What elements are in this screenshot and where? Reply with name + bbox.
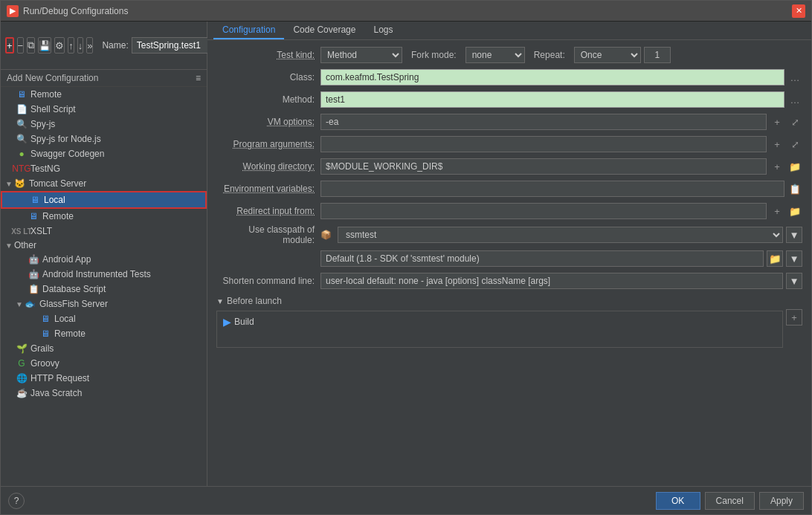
env-vars-input[interactable] (320, 181, 784, 197)
test-kind-row: Test kind: Method Fork mode: none Repeat… (216, 46, 802, 64)
groovy-icon: G (16, 357, 28, 369)
tree-item-xslt[interactable]: XS LT XSLT (1, 224, 207, 239)
cancel-button[interactable]: Cancel (705, 492, 755, 510)
tree-item-java-label: Java Scratch (30, 388, 82, 398)
working-dir-folder-button[interactable]: 📁 (787, 159, 802, 174)
redirect-input[interactable] (320, 203, 767, 219)
shorten-control: ▼ (320, 273, 802, 289)
repeat-num-input[interactable] (644, 47, 671, 63)
vm-options-row: VM options: + ⤢ (216, 113, 802, 131)
jre-dropdown-button[interactable]: ▼ (786, 250, 802, 267)
tree-item-spy-js-node[interactable]: 🔍 Spy-js for Node.js (1, 132, 207, 146)
close-button[interactable]: ✕ (792, 4, 805, 18)
program-args-row: Program arguments: + ⤢ (216, 135, 802, 153)
tree-item-grails[interactable]: 🌱 Grails (1, 341, 207, 356)
xslt-icon: XS LT (16, 225, 28, 237)
tree-item-tomcat-server[interactable]: ▼ 🐱 Tomcat Server (1, 176, 207, 191)
vm-options-input[interactable] (320, 114, 767, 130)
class-browse-button[interactable]: … (787, 70, 802, 85)
tree-item-glassfish[interactable]: ▼ 🐟 GlassFish Server (1, 297, 207, 311)
save-config-button[interactable]: 💾 (38, 37, 51, 54)
before-launch-item-build: ▶ Build (220, 314, 779, 329)
tree-item-remote-label: Remote (30, 89, 62, 100)
jre-folder-button[interactable]: 📁 (767, 250, 783, 267)
module-icon: 📦 (320, 230, 332, 240)
working-dir-control: + 📁 (320, 158, 802, 175)
redirect-plus-button[interactable]: + (770, 204, 784, 218)
tomcat-arrow-icon: ▼ (5, 180, 13, 188)
shorten-input[interactable] (320, 273, 783, 289)
tree-item-local[interactable]: 🖥 Local (1, 191, 207, 209)
tree-item-groovy[interactable]: G Groovy (1, 356, 207, 371)
env-vars-control: 📋 (320, 181, 802, 197)
class-control: … (320, 69, 802, 85)
before-launch-add-button[interactable]: + (786, 309, 802, 325)
shorten-dropdown-button[interactable]: ▼ (786, 273, 802, 289)
tab-code-coverage[interactable]: Code Coverage (284, 22, 364, 39)
classpath-label: Use classpath of module: (216, 224, 320, 245)
tree-item-glassfish-remote[interactable]: 🖥 Remote (1, 326, 207, 341)
method-input[interactable] (320, 91, 784, 108)
tab-configuration[interactable]: Configuration (213, 22, 284, 39)
test-kind-select[interactable]: Method (320, 47, 402, 63)
tab-logs[interactable]: Logs (364, 22, 402, 39)
redirect-folder-button[interactable]: 📁 (787, 204, 802, 218)
tree-item-android-inst[interactable]: 🤖 Android Instrumented Tests (1, 267, 207, 282)
tree-item-other[interactable]: ▼ Other (1, 239, 207, 252)
before-launch-toolbar: + (786, 309, 802, 325)
method-browse-button[interactable]: … (787, 92, 802, 107)
copy-config-button[interactable]: ⧉ (27, 37, 35, 54)
working-dir-plus-button[interactable]: + (770, 159, 784, 174)
move-up-button[interactable]: ↑ (68, 37, 74, 54)
tree-item-swagger[interactable]: ● Swagger Codegen (1, 146, 207, 161)
tree-item-android-app[interactable]: 🤖 Android App (1, 252, 207, 267)
before-launch-container: ▶ Build + (216, 309, 802, 348)
tree-item-remote-tomcat[interactable]: 🖥 Remote (1, 209, 207, 224)
more-button[interactable]: » (86, 37, 93, 54)
tree-item-testng[interactable]: NTG TestNG (1, 161, 207, 176)
program-args-input[interactable] (320, 136, 767, 152)
tree-item-http-request[interactable]: 🌐 HTTP Request (1, 371, 207, 386)
redirect-label: Redirect input from: (216, 206, 320, 216)
remove-config-button[interactable]: − (17, 37, 25, 54)
before-launch-area: ▶ Build (216, 311, 783, 348)
move-down-button[interactable]: ↓ (77, 37, 84, 54)
classpath-row: Use classpath of module: 📦 ssmtest ▼ (216, 224, 802, 245)
add-config-icon[interactable]: ≡ (196, 73, 201, 83)
vm-external-button[interactable]: ⤢ (787, 114, 802, 129)
repeat-select[interactable]: Once (574, 47, 641, 63)
classpath-select[interactable]: ssmtest (338, 227, 783, 243)
tree-item-spy-js[interactable]: 🔍 Spy-js (1, 117, 207, 132)
apply-button[interactable]: Apply (759, 492, 804, 510)
remote-tomcat-icon: 🖥 (28, 210, 39, 222)
class-input[interactable] (320, 69, 784, 85)
tree-item-database-script[interactable]: 📋 Database Script (1, 282, 207, 297)
tree-item-testng-label: TestNG (30, 163, 60, 174)
args-expand-button[interactable]: + (770, 137, 784, 152)
jre-input[interactable] (320, 250, 764, 267)
tree-item-java-scratch[interactable]: ☕ Java Scratch (1, 386, 207, 401)
tree-item-shell-script[interactable]: 📄 Shell Script (1, 102, 207, 117)
tree-item-remote[interactable]: 🖥 Remote (1, 87, 207, 102)
glassfish-icon: 🐟 (25, 298, 36, 310)
ok-button[interactable]: OK (656, 492, 700, 510)
tree-item-glassfish-remote-label: Remote (54, 328, 86, 339)
tree-item-shell-label: Shell Script (30, 104, 76, 114)
add-config-button[interactable]: + (5, 37, 14, 54)
env-vars-edit-button[interactable]: 📋 (787, 181, 802, 196)
before-launch-header[interactable]: ▼ Before launch (216, 296, 802, 306)
tree-item-glassfish-local[interactable]: 🖥 Local (1, 311, 207, 326)
before-launch-arrow-icon: ▼ (216, 297, 224, 305)
working-dir-input[interactable] (320, 158, 767, 175)
tree-item-local-label: Local (44, 195, 65, 205)
tree-item-http-label: HTTP Request (30, 373, 89, 383)
spy-icon: 🔍 (16, 118, 28, 130)
add-config-label: Add New Configuration (7, 73, 98, 83)
settings-button[interactable]: ⚙ (54, 37, 65, 54)
fork-mode-select[interactable]: none (465, 47, 525, 63)
classpath-dropdown-button[interactable]: ▼ (786, 227, 802, 243)
test-kind-control: Method Fork mode: none Repeat: Once (320, 47, 802, 63)
help-button[interactable]: ? (8, 493, 25, 509)
vm-expand-button[interactable]: + (770, 114, 784, 129)
args-external-button[interactable]: ⤢ (787, 137, 802, 152)
